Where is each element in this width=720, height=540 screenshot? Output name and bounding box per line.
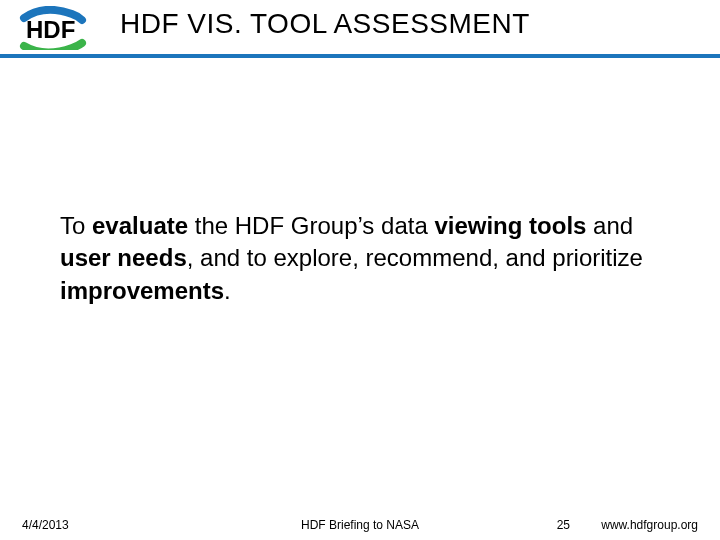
- body-segment: and: [586, 212, 633, 239]
- body-text: To evaluate the HDF Group’s data viewing…: [60, 210, 650, 307]
- body-segment: , and to explore, recommend, and priorit…: [187, 244, 643, 271]
- slide-header: HDF HDF VIS. TOOL ASSESSMENT: [0, 0, 720, 54]
- body-bold-segment: user needs: [60, 244, 187, 271]
- body-segment: the HDF Group’s data: [188, 212, 434, 239]
- slide-footer: 4/4/2013 HDF Briefing to NASA 25 www.hdf…: [0, 514, 720, 536]
- slide: HDF HDF VIS. TOOL ASSESSMENT To evaluate…: [0, 0, 720, 540]
- header-underline: [0, 54, 720, 58]
- body-bold-segment: evaluate: [92, 212, 188, 239]
- body-bold-segment: improvements: [60, 277, 224, 304]
- body-bold-segment: viewing tools: [434, 212, 586, 239]
- body-segment: .: [224, 277, 231, 304]
- svg-text:HDF: HDF: [26, 16, 75, 43]
- footer-url: www.hdfgroup.org: [601, 518, 698, 532]
- hdf-logo: HDF: [18, 6, 98, 50]
- body-segment: To: [60, 212, 92, 239]
- footer-page: 25: [557, 518, 570, 532]
- slide-title: HDF VIS. TOOL ASSESSMENT: [120, 8, 530, 40]
